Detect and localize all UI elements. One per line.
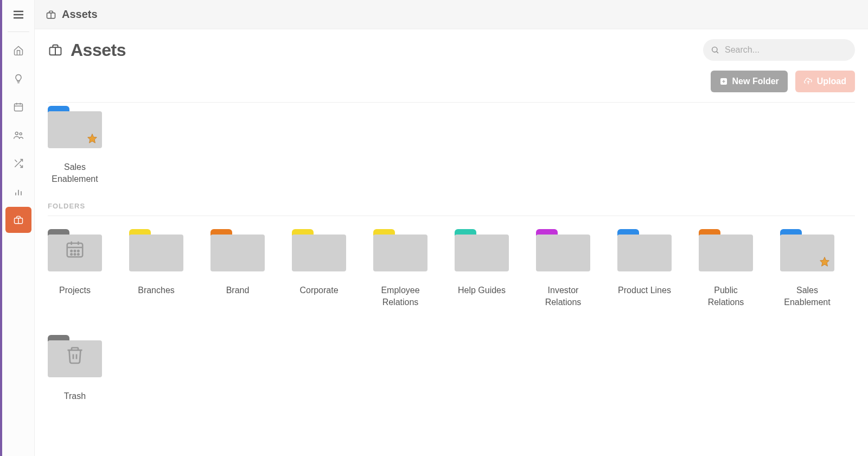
sidebar — [2, 0, 35, 456]
action-row: New Folder Upload — [48, 66, 855, 103]
folder-label: Sales Enablement — [780, 284, 834, 309]
folder-icon — [373, 229, 427, 271]
folder-item[interactable]: Trash — [48, 335, 102, 402]
menu-toggle[interactable] — [2, 0, 35, 29]
folder-icon — [699, 229, 753, 271]
folder-icon — [48, 229, 102, 271]
folder-item[interactable]: Product Lines — [617, 229, 672, 309]
folder-body — [210, 235, 265, 271]
briefcase-icon — [46, 9, 56, 20]
folder-label: Product Lines — [618, 284, 671, 296]
folder-item[interactable]: Corporate — [292, 229, 346, 309]
svg-point-34 — [78, 254, 79, 255]
briefcase-icon — [13, 214, 24, 225]
sidebar-item-shuffle[interactable] — [5, 150, 31, 176]
folder-label: Projects — [59, 284, 91, 296]
folder-icon — [780, 229, 834, 271]
folder-body — [617, 235, 672, 271]
folder-label: Employee Relations — [373, 284, 427, 309]
folder-icon — [455, 229, 509, 271]
folder-icon — [48, 335, 102, 377]
chart-icon — [13, 186, 24, 197]
hamburger-icon — [12, 8, 25, 21]
folder-item[interactable]: Investor Relations — [536, 229, 590, 309]
bulb-icon — [13, 73, 24, 84]
calendar-icon — [13, 102, 24, 112]
sidebar-item-analytics[interactable] — [5, 179, 31, 205]
divider — [8, 31, 29, 32]
button-label: New Folder — [732, 77, 779, 86]
new-folder-button[interactable]: New Folder — [711, 71, 788, 92]
folder-item[interactable]: Employee Relations — [373, 229, 427, 309]
svg-rect-3 — [14, 104, 22, 111]
folder-body — [455, 235, 509, 271]
pinned-section: Sales Enablement — [48, 103, 855, 202]
folder-icon — [48, 106, 102, 148]
folder-item[interactable]: Help Guides — [455, 229, 509, 309]
breadcrumb-title: Assets — [62, 8, 98, 21]
folder-body — [373, 235, 427, 271]
folder-item[interactable]: Brand — [210, 229, 265, 309]
star-icon — [819, 256, 830, 269]
svg-point-29 — [71, 250, 72, 252]
folder-item[interactable]: Sales Enablement — [780, 229, 834, 309]
folders-grid: ProjectsBranchesBrandCorporateEmployee R… — [48, 229, 855, 402]
folder-icon — [536, 229, 590, 271]
folder-label: Sales Enablement — [48, 161, 102, 186]
folder-body — [699, 235, 753, 271]
folder-item[interactable]: Sales Enablement — [48, 106, 102, 186]
sidebar-item-home[interactable] — [5, 37, 31, 64]
upload-button[interactable]: Upload — [795, 71, 855, 92]
briefcase-icon — [48, 42, 63, 58]
svg-marker-35 — [820, 257, 829, 266]
plus-icon — [719, 77, 728, 86]
svg-point-30 — [74, 250, 76, 252]
folder-label: Corporate — [299, 284, 338, 296]
page-title: Assets — [71, 40, 126, 60]
header-row: Assets — [48, 39, 855, 61]
sidebar-item-assets[interactable] — [5, 207, 31, 233]
folder-label: Brand — [226, 284, 250, 296]
folder-body — [292, 235, 346, 271]
main: Assets Assets New Folder Upload Sales En… — [35, 0, 868, 456]
folder-label: Investor Relations — [536, 284, 590, 309]
home-icon — [13, 45, 24, 56]
folder-item[interactable]: Projects — [48, 229, 102, 309]
folder-body — [129, 235, 183, 271]
pinned-grid: Sales Enablement — [48, 106, 855, 186]
trash-icon — [65, 345, 85, 367]
folder-icon — [210, 229, 265, 271]
svg-marker-24 — [88, 134, 97, 143]
svg-line-19 — [717, 52, 718, 53]
folder-label: Trash — [64, 390, 86, 402]
svg-point-33 — [74, 254, 76, 255]
svg-point-8 — [20, 132, 22, 135]
search-input[interactable] — [703, 39, 855, 61]
folder-icon — [129, 229, 183, 271]
people-icon — [13, 130, 24, 141]
sidebar-item-ideas[interactable] — [5, 66, 31, 92]
folder-label: Help Guides — [458, 284, 506, 296]
sidebar-item-people[interactable] — [5, 122, 31, 148]
folder-icon — [292, 229, 346, 271]
folder-label: Public Relations — [699, 284, 753, 309]
folder-icon — [617, 229, 672, 271]
folder-item[interactable]: Public Relations — [699, 229, 753, 309]
folder-label: Branches — [138, 284, 175, 296]
search — [703, 39, 855, 61]
folders-heading: FOLDERS — [48, 202, 855, 216]
shuffle-icon — [13, 158, 24, 169]
svg-point-18 — [712, 47, 717, 52]
upload-icon — [804, 77, 813, 86]
search-icon — [711, 46, 719, 54]
topbar: Assets — [35, 0, 868, 29]
star-icon — [87, 133, 98, 146]
button-label: Upload — [817, 77, 846, 86]
svg-point-7 — [15, 132, 18, 135]
sidebar-item-calendar[interactable] — [5, 94, 31, 120]
svg-point-32 — [71, 254, 72, 255]
folder-body — [536, 235, 590, 271]
svg-point-31 — [78, 250, 79, 252]
folder-item[interactable]: Branches — [129, 229, 183, 309]
calendar-icon — [65, 239, 85, 262]
